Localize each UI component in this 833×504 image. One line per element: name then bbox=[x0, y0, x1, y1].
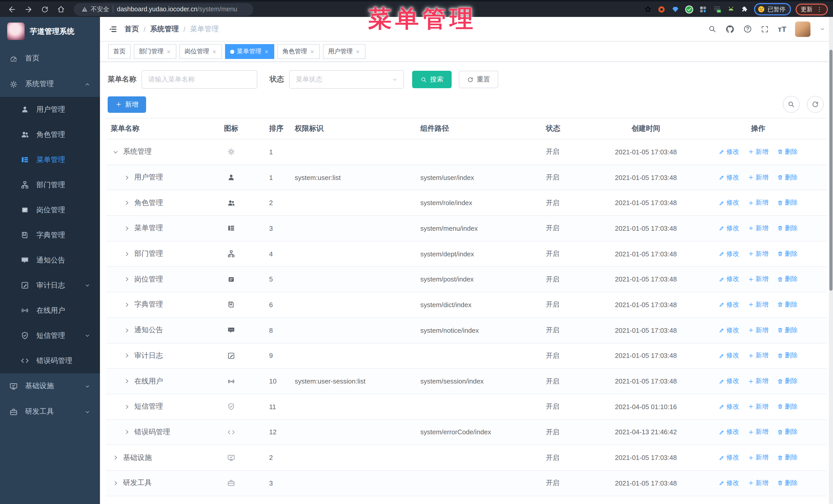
row-edit-button[interactable]: 修改 bbox=[719, 377, 739, 386]
page-scrollbar[interactable] bbox=[829, 17, 833, 504]
browser-reload-button[interactable] bbox=[38, 3, 51, 16]
user-avatar[interactable] bbox=[795, 21, 810, 37]
breadcrumb-home[interactable]: 首页 bbox=[124, 24, 139, 33]
row-add-button[interactable]: 新增 bbox=[748, 402, 768, 411]
row-edit-button[interactable]: 修改 bbox=[719, 148, 739, 157]
row-expand-caret[interactable] bbox=[112, 454, 120, 461]
sidebar-item-post[interactable]: 岗位管理 bbox=[0, 197, 100, 222]
row-delete-button[interactable]: 删除 bbox=[777, 377, 798, 386]
row-add-button[interactable]: 新增 bbox=[748, 352, 768, 360]
row-expand-caret[interactable] bbox=[123, 429, 131, 436]
table-row[interactable]: 基础设施2开启2021-01-05 17:03:48修改新增删除 bbox=[106, 445, 827, 471]
toggle-search-button[interactable] bbox=[783, 96, 800, 113]
row-expand-caret[interactable] bbox=[123, 250, 131, 257]
column-header[interactable]: 权限标识 bbox=[295, 124, 420, 133]
green-check-extension-icon[interactable] bbox=[685, 5, 694, 14]
table-row[interactable]: 系统管理1开启2021-01-05 17:03:48修改新增删除 bbox=[106, 140, 827, 165]
tab-post[interactable]: 岗位管理 bbox=[180, 44, 222, 59]
tab-user[interactable]: 用户管理 bbox=[323, 44, 365, 59]
row-expand-caret[interactable] bbox=[123, 276, 131, 283]
row-edit-button[interactable]: 修改 bbox=[719, 249, 739, 258]
sidebar-item-menu[interactable]: 菜单管理 bbox=[0, 147, 100, 172]
table-row[interactable]: 短信管理11开启2021-04-05 01:10:16修改新增删除 bbox=[106, 394, 827, 419]
row-add-button[interactable]: 新增 bbox=[748, 428, 768, 437]
bookmark-star-icon[interactable] bbox=[643, 5, 652, 14]
row-expand-caret[interactable] bbox=[112, 480, 120, 486]
table-row[interactable]: 角色管理2system/role/index开启2021-01-05 17:03… bbox=[106, 190, 827, 216]
row-add-button[interactable]: 新增 bbox=[748, 275, 768, 284]
security-indicator[interactable]: 不安全 bbox=[81, 5, 109, 14]
avatar-caret-down-icon[interactable] bbox=[819, 26, 826, 32]
sidebar-item-dict[interactable]: 字典管理 bbox=[0, 222, 100, 248]
row-delete-button[interactable]: 删除 bbox=[777, 198, 798, 207]
sidebar-item-notice[interactable]: 通知公告 bbox=[0, 248, 100, 273]
reset-button[interactable]: 重置 bbox=[459, 71, 498, 88]
refresh-table-button[interactable] bbox=[807, 96, 824, 113]
breadcrumb-system[interactable]: 系统管理 bbox=[150, 24, 179, 33]
font-size-icon[interactable]: тT bbox=[778, 25, 786, 33]
sidebar-item-home[interactable]: 首页 bbox=[0, 46, 100, 71]
row-expand-caret[interactable] bbox=[123, 302, 131, 308]
table-row[interactable]: 通知公告8system/notice/index开启2021-01-05 17:… bbox=[106, 318, 827, 343]
tab-role[interactable]: 角色管理 bbox=[277, 44, 320, 59]
column-header[interactable]: 状态 bbox=[546, 124, 602, 133]
row-expand-caret[interactable] bbox=[123, 327, 131, 334]
row-edit-button[interactable]: 修改 bbox=[719, 301, 739, 309]
sidebar-fold-button[interactable] bbox=[108, 24, 117, 33]
row-edit-button[interactable]: 修改 bbox=[719, 479, 739, 487]
row-add-button[interactable]: 新增 bbox=[748, 224, 768, 233]
table-row[interactable]: 用户管理1system:user:listsystem/user/index开启… bbox=[106, 165, 827, 190]
tab-menu[interactable]: 菜单管理 bbox=[225, 44, 274, 59]
row-add-button[interactable]: 新增 bbox=[748, 173, 768, 182]
x-icon[interactable] bbox=[212, 49, 217, 54]
row-delete-button[interactable]: 删除 bbox=[777, 224, 798, 233]
row-add-button[interactable]: 新增 bbox=[748, 377, 768, 386]
row-delete-button[interactable]: 删除 bbox=[777, 301, 798, 309]
x-icon[interactable] bbox=[166, 49, 171, 54]
row-delete-button[interactable]: 删除 bbox=[777, 173, 798, 182]
blue-gem-extension-icon[interactable] bbox=[671, 5, 680, 14]
tab-home[interactable]: 首页 bbox=[108, 44, 131, 59]
browser-home-button[interactable] bbox=[54, 3, 68, 16]
row-expand-caret[interactable] bbox=[123, 199, 131, 206]
tab-close-icon[interactable] bbox=[310, 49, 315, 54]
row-edit-button[interactable]: 修改 bbox=[719, 352, 739, 360]
row-edit-button[interactable]: 修改 bbox=[719, 198, 739, 207]
row-expand-caret[interactable] bbox=[123, 403, 131, 410]
menu-name-input[interactable]: 请输入菜单名称 bbox=[142, 70, 257, 89]
sidebar-item-audit-log[interactable]: 审计日志 bbox=[0, 273, 100, 298]
x-icon[interactable] bbox=[310, 49, 315, 54]
row-edit-button[interactable]: 修改 bbox=[719, 453, 739, 462]
x-icon[interactable] bbox=[355, 49, 360, 54]
app-logo[interactable]: 芋道管理系统 bbox=[0, 17, 100, 46]
row-delete-button[interactable]: 删除 bbox=[777, 352, 798, 360]
column-header[interactable]: 操作 bbox=[689, 124, 827, 133]
row-delete-button[interactable]: 删除 bbox=[777, 428, 798, 437]
github-icon[interactable] bbox=[725, 24, 735, 33]
address-bar[interactable]: 不安全 dashboard.yudao.iocoder.cn/system/me… bbox=[74, 3, 253, 16]
row-edit-button[interactable]: 修改 bbox=[719, 275, 739, 284]
tab-close-icon[interactable] bbox=[212, 49, 217, 54]
sidebar-item-dev-tools[interactable]: 研发工具 bbox=[0, 399, 100, 425]
row-delete-button[interactable]: 删除 bbox=[777, 249, 798, 258]
grid-extension-icon[interactable] bbox=[698, 5, 708, 14]
tab-dept[interactable]: 部门管理 bbox=[134, 44, 176, 59]
android-extension-icon[interactable] bbox=[726, 5, 735, 14]
column-header[interactable]: 组件路径 bbox=[420, 124, 546, 133]
header-search-icon[interactable] bbox=[708, 25, 717, 33]
row-edit-button[interactable]: 修改 bbox=[719, 402, 739, 411]
orange-ring-extension-icon[interactable] bbox=[657, 5, 666, 14]
table-row[interactable]: 在线用户10system:user-session:listsystem/ses… bbox=[106, 369, 827, 394]
row-expand-caret[interactable] bbox=[123, 378, 131, 385]
row-expand-caret[interactable] bbox=[123, 174, 131, 181]
sidebar-item-error-code[interactable]: 错误码管理 bbox=[0, 348, 100, 373]
paused-extension-badge[interactable]: 已暂停 bbox=[754, 3, 791, 16]
row-expand-caret[interactable] bbox=[123, 225, 131, 232]
row-expand-caret[interactable] bbox=[123, 353, 131, 359]
tab-close-icon[interactable] bbox=[355, 49, 360, 54]
table-row[interactable]: 审计日志9开启2021-01-05 17:03:48修改新增删除 bbox=[106, 343, 827, 369]
row-delete-button[interactable]: 删除 bbox=[777, 326, 798, 335]
tab-close-icon[interactable] bbox=[264, 49, 269, 54]
sidebar-item-infra[interactable]: 基础设施 bbox=[0, 373, 100, 399]
x-icon[interactable] bbox=[264, 49, 269, 54]
